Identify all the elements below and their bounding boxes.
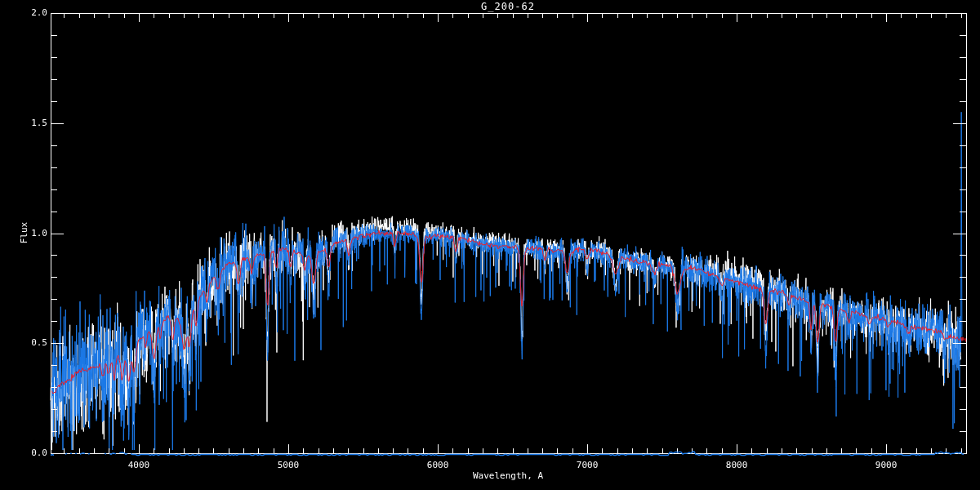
x-tick-label: 5000: [265, 461, 311, 470]
chart-title: G_200-62: [0, 2, 980, 11]
x-axis-label: Wavelength, A: [0, 471, 980, 481]
x-tick-label: 7000: [564, 461, 610, 470]
spectrum-plot-window: G_200-62 Wavelength, A Flux 400050006000…: [0, 0, 980, 490]
y-tick-label: 0.0: [11, 448, 47, 458]
spectrum-plot-canvas: [0, 0, 980, 490]
x-tick-label: 6000: [415, 461, 461, 470]
x-tick-label: 9000: [863, 461, 909, 470]
y-tick-label: 1.5: [11, 118, 47, 128]
x-tick-label: 8000: [714, 461, 760, 470]
y-tick-label: 2.0: [11, 8, 47, 18]
x-tick-label: 4000: [116, 461, 162, 470]
y-tick-label: 1.0: [11, 229, 47, 238]
y-tick-label: 0.5: [11, 338, 47, 348]
